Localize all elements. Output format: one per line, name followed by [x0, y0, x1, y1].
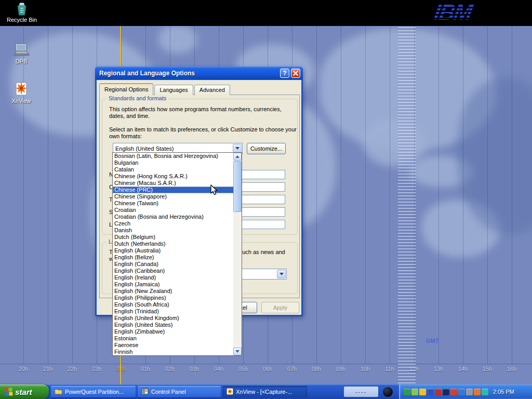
customize-button[interactable]: Customize...: [247, 143, 286, 154]
taskbar-clock[interactable]: 2:05 PM: [493, 389, 514, 395]
locale-list-item[interactable]: English (United Kingdom): [113, 315, 234, 322]
locale-list-item[interactable]: Czech: [113, 220, 234, 227]
control-panel-icon: [141, 388, 149, 396]
locale-list-item[interactable]: Bulgarian: [113, 159, 234, 166]
locale-list-item[interactable]: Bosnian (Latin, Bosnia and Herzegovina): [113, 153, 234, 159]
recycle-bin-icon: [5, 1, 38, 17]
dialog-title: Regional and Language Options: [99, 70, 278, 77]
laptop-icon: [4, 42, 38, 58]
tray-icon[interactable]: [458, 389, 465, 395]
arrow-down-icon: [235, 350, 240, 353]
combobox-dropdown-button[interactable]: [277, 270, 286, 278]
ibm-logo: IBM: [434, 1, 495, 25]
locale-list-item[interactable]: Dutch (Netherlands): [113, 241, 234, 247]
locale-list: Bosnian (Latin, Bosnia and Herzegovina)B…: [113, 153, 234, 355]
timezone-line: [23, 26, 24, 364]
desktop-icon-label: XnView: [4, 98, 38, 104]
locale-list-item[interactable]: English (New Zealand): [113, 288, 234, 295]
taskbar-toolbar-chip[interactable]: ----: [344, 387, 378, 397]
scrollbar-thumb[interactable]: [233, 161, 242, 212]
apply-button: Apply: [261, 302, 299, 313]
tray-icon[interactable]: [450, 389, 457, 395]
desktop-icon-recycle-bin[interactable]: Recycle Bin: [5, 1, 38, 23]
desktop-icon-dpb[interactable]: DPB: [4, 42, 38, 64]
timezone-label: 03h: [187, 366, 202, 372]
timezone-label: 15h: [480, 366, 495, 372]
taskbar-button-xnview[interactable]: XnView - [<Capture-...: [223, 386, 307, 397]
timezone-line: [438, 26, 439, 364]
locale-list-item[interactable]: Danish: [113, 227, 234, 234]
timezone-baseline: [0, 364, 532, 364]
timezone-hatch-band: [398, 27, 416, 383]
tray-icon[interactable]: [443, 389, 449, 395]
locale-list-item[interactable]: English (Jamaica): [113, 281, 234, 288]
recycle-bin-label: Recycle Bin: [5, 17, 38, 23]
locale-list-item[interactable]: Dutch (Belgium): [113, 234, 234, 241]
timezone-label: 13h: [431, 366, 446, 372]
locale-list-item[interactable]: English (Canada): [113, 261, 234, 268]
locale-list-item[interactable]: Chinese (Hong Kong S.A.R.): [113, 173, 234, 180]
tab-regional-options[interactable]: Regional Options: [99, 83, 153, 95]
tray-icon[interactable]: [404, 389, 410, 395]
top-bar: Recycle Bin IBM: [0, 0, 532, 26]
taskbar-button-powerquest[interactable]: PowerQuest Partition...: [51, 386, 136, 397]
tray-icon[interactable]: [411, 389, 418, 395]
dialog-titlebar[interactable]: Regional and Language Options ?: [95, 66, 303, 80]
tray-icon[interactable]: [474, 389, 481, 395]
start-button[interactable]: start: [0, 384, 49, 399]
tab-advanced[interactable]: Advanced: [194, 85, 230, 95]
locale-list-item[interactable]: English (South Africa): [113, 301, 234, 308]
locale-list-item[interactable]: Estonian: [113, 335, 234, 342]
locale-list-item[interactable]: Chinese (Taiwan): [113, 200, 234, 207]
taskbar-button-control-panel[interactable]: Control Panel: [138, 386, 221, 397]
timezone-line: [390, 26, 390, 364]
xnview-icon: [227, 388, 233, 396]
timezone-label: 16h: [504, 366, 519, 372]
timezone-label: 08h: [309, 366, 324, 372]
taskbar-button-label: PowerQuest Partition...: [65, 389, 124, 395]
list-scrollbar[interactable]: [233, 153, 242, 355]
tray-icon[interactable]: [435, 389, 442, 395]
locale-list-item[interactable]: English (Zimbabwe): [113, 328, 234, 335]
gmt-label: GMT: [426, 338, 438, 344]
timezone-label: 04h: [211, 366, 226, 372]
timezone-label: 05h: [236, 366, 250, 372]
scroll-down-button[interactable]: [233, 348, 242, 355]
locale-list-item[interactable]: Finnish: [113, 349, 234, 355]
locale-list-item[interactable]: English (Caribbean): [113, 268, 234, 274]
standards-description: This option affects how some programs fo…: [109, 106, 293, 119]
locale-list-item[interactable]: Faeroese: [113, 342, 234, 349]
tab-strip: Regional Options Languages Advanced: [99, 83, 231, 95]
locale-list-item[interactable]: English (Australia): [113, 247, 234, 254]
tab-languages[interactable]: Languages: [154, 85, 193, 95]
map-continent: [158, 25, 197, 54]
system-tray: 2:05 PM: [399, 384, 532, 399]
locale-list-item[interactable]: Croatian: [113, 207, 234, 214]
scroll-up-button[interactable]: [233, 153, 242, 161]
tray-icon[interactable]: [427, 389, 434, 395]
timezone-label: 14h: [456, 366, 470, 372]
timezone-label: 07h: [285, 366, 299, 372]
close-button[interactable]: [291, 69, 300, 78]
desktop: 20h21h22h23h24h01h02h03h04h05h06h07h08h0…: [0, 0, 532, 399]
folder-icon: [55, 388, 62, 396]
locale-list-item[interactable]: English (Philippines): [113, 295, 234, 301]
tray-icon[interactable]: [466, 389, 473, 395]
locale-list-item[interactable]: Catalan: [113, 166, 234, 173]
locale-list-item[interactable]: English (Belize): [113, 254, 234, 261]
question-mark-icon: ?: [283, 70, 286, 77]
locale-list-item[interactable]: English (Ireland): [113, 274, 234, 281]
tray-icon[interactable]: [482, 389, 488, 395]
locale-list-item[interactable]: English (United States): [113, 322, 234, 328]
help-button[interactable]: ?: [280, 69, 289, 78]
tray-icon[interactable]: [419, 389, 426, 395]
toolbar-icon[interactable]: [383, 387, 393, 397]
desktop-icon-xnview[interactable]: XnView: [4, 81, 38, 104]
locale-dropdown[interactable]: Bosnian (Latin, Bosnia and Herzegovina)B…: [112, 152, 242, 356]
close-icon: [293, 71, 298, 76]
locale-list-item[interactable]: Croatian (Bosnia and Herzegovina): [113, 214, 234, 220]
standards-group-caption: Standards and formats: [107, 95, 168, 101]
locale-list-item[interactable]: English (Trinidad): [113, 308, 234, 315]
standards-instruction: Select an item to match its preferences,…: [109, 126, 297, 140]
combobox-dropdown-button[interactable]: [233, 144, 242, 153]
